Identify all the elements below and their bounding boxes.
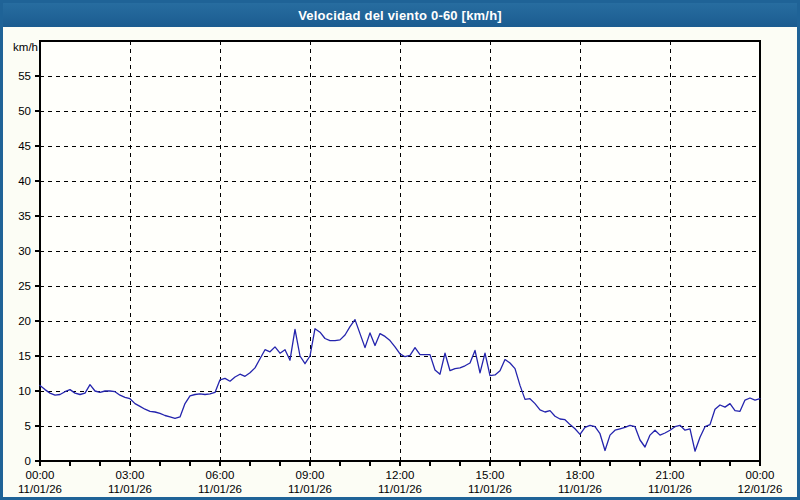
- x-tick-date: 12/01/26: [738, 483, 783, 495]
- title-bar: Velocidad del viento 0-60 [km/h]: [3, 3, 797, 27]
- y-tick-label: 35: [18, 210, 31, 222]
- x-tick-date: 11/01/26: [108, 483, 152, 495]
- chart-canvas: 0510152025303540455055km/h00:0011/01/260…: [3, 27, 797, 497]
- x-tick-date: 11/01/26: [468, 483, 512, 495]
- x-tick-time: 03:00: [116, 469, 145, 481]
- x-tick-time: 21:00: [656, 469, 685, 481]
- y-tick-labels: 0510152025303540455055: [18, 70, 31, 467]
- x-tick-date: 11/01/26: [378, 483, 422, 495]
- x-tick-date: 11/01/26: [288, 483, 332, 495]
- y-tick-label: 10: [18, 385, 31, 397]
- x-tick-labels: 00:0011/01/2603:0011/01/2606:0011/01/260…: [18, 469, 782, 495]
- x-tick-time: 06:00: [206, 469, 235, 481]
- y-tick-label: 50: [18, 105, 31, 117]
- chart-title: Velocidad del viento 0-60 [km/h]: [298, 8, 502, 23]
- y-tick-label: 20: [18, 315, 31, 327]
- app-window: { "title_bar": { "title": "Velocidad del…: [0, 0, 800, 500]
- x-tick-date: 11/01/26: [558, 483, 602, 495]
- y-tick-label: 25: [18, 280, 31, 292]
- y-tick-label: 40: [18, 175, 31, 187]
- x-tick-time: 00:00: [26, 469, 55, 481]
- x-tick-time: 12:00: [386, 469, 415, 481]
- x-tick-time: 00:00: [746, 469, 775, 481]
- y-tick-label: 0: [25, 455, 31, 467]
- y-tick-label: 15: [18, 350, 31, 362]
- x-tick-time: 09:00: [296, 469, 325, 481]
- x-tick-time: 15:00: [476, 469, 505, 481]
- y-tick-label: 5: [25, 420, 31, 432]
- y-tick-label: 45: [18, 140, 31, 152]
- y-axis-unit-label: km/h: [13, 41, 38, 53]
- wind-speed-chart: 0510152025303540455055km/h00:0011/01/260…: [3, 27, 797, 497]
- x-tick-date: 11/01/26: [648, 483, 692, 495]
- y-tick-label: 30: [18, 245, 31, 257]
- x-tick-date: 11/01/26: [198, 483, 242, 495]
- x-tick-date: 11/01/26: [18, 483, 62, 495]
- x-tick-time: 18:00: [566, 469, 595, 481]
- y-tick-label: 55: [18, 70, 31, 82]
